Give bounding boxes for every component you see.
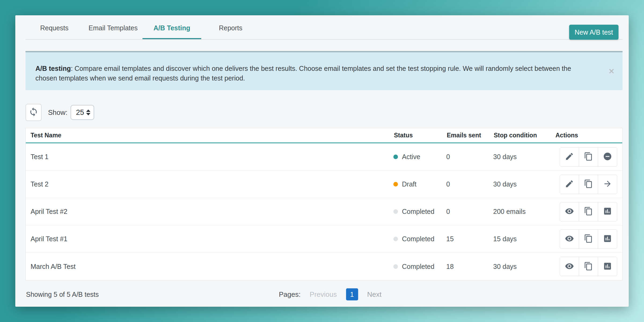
- action-copy-button[interactable]: [579, 175, 598, 194]
- ab-testing-info-banner: A/B testing: Compare email templates and…: [25, 51, 623, 90]
- deactivate-icon: [603, 152, 612, 162]
- header-status: Status: [393, 132, 446, 139]
- status-label: Completed: [402, 208, 434, 215]
- emails-sent-cell: 0: [446, 208, 493, 215]
- status-cell: Active: [393, 153, 446, 161]
- action-results-button[interactable]: [598, 229, 617, 249]
- action-edit-button[interactable]: [560, 147, 579, 167]
- status-label: Completed: [402, 263, 434, 270]
- tab-a-b-testing[interactable]: A/B Testing: [142, 15, 201, 39]
- refresh-button[interactable]: [25, 104, 42, 121]
- copy-icon: [584, 179, 593, 189]
- test-name-cell: April Test #1: [26, 235, 393, 243]
- action-deactivate-button[interactable]: [598, 147, 617, 167]
- banner-text: A/B testing: Compare email templates and…: [35, 65, 571, 82]
- status-cell: Completed: [393, 208, 446, 215]
- action-copy-button[interactable]: [579, 229, 598, 249]
- per-page-select[interactable]: 25: [71, 105, 94, 120]
- per-page-value: 25: [75, 108, 85, 117]
- status-cell: Draft: [393, 180, 446, 188]
- status-dot-icon: [393, 237, 398, 241]
- view-icon: [565, 262, 574, 272]
- edit-icon: [565, 179, 574, 189]
- tab-bar: RequestsEmail TemplatesA/B TestingReport…: [25, 15, 260, 39]
- refresh-icon: [29, 107, 38, 118]
- next-page-button[interactable]: Next: [367, 290, 381, 299]
- tab-reports[interactable]: Reports: [201, 15, 260, 39]
- actions-cell: [555, 147, 622, 167]
- view-icon: [565, 207, 574, 217]
- action-view-button[interactable]: [560, 257, 579, 276]
- table-row: March A/B Test Completed 18 30 days: [26, 253, 622, 280]
- status-dot-icon: [393, 182, 398, 186]
- copy-icon: [584, 262, 593, 272]
- test-name-cell: April Test #2: [26, 208, 393, 215]
- actions-cell: [555, 202, 622, 221]
- actions-cell: [555, 257, 622, 276]
- table-row: April Test #2 Completed 0 200 emails: [26, 198, 622, 225]
- status-label: Completed: [402, 235, 434, 243]
- action-results-button[interactable]: [598, 202, 617, 221]
- action-view-button[interactable]: [560, 202, 579, 221]
- copy-icon: [584, 207, 593, 217]
- status-label: Draft: [402, 180, 416, 188]
- action-copy-button[interactable]: [579, 202, 598, 221]
- table-row: Test 1 Active 0 30 days: [26, 143, 622, 171]
- emails-sent-cell: 15: [446, 235, 493, 243]
- activate-icon: [603, 179, 612, 189]
- header-actions: Actions: [555, 132, 622, 139]
- table-row: Test 2 Draft 0 30 days: [26, 171, 622, 198]
- results-icon: [603, 207, 612, 217]
- table-row: April Test #1 Completed 15 15 days: [26, 225, 622, 253]
- ab-tests-table: Test Name Status Emails sent Stop condit…: [25, 128, 623, 280]
- tab-bar-divider: [25, 39, 623, 40]
- status-cell: Completed: [393, 263, 446, 270]
- actions-cell: [555, 229, 622, 249]
- test-name-cell: Test 1: [26, 153, 393, 161]
- view-icon: [565, 234, 574, 244]
- action-view-button[interactable]: [560, 229, 579, 249]
- stop-condition-cell: 30 days: [493, 180, 555, 188]
- status-label: Active: [402, 153, 420, 161]
- test-name-cell: March A/B Test: [26, 263, 393, 270]
- action-results-button[interactable]: [598, 257, 617, 276]
- current-page-button[interactable]: 1: [346, 288, 358, 301]
- header-stop-condition: Stop condition: [493, 132, 555, 139]
- stop-condition-cell: 200 emails: [493, 208, 555, 215]
- results-summary: Showing 5 of 5 A/B tests: [26, 291, 99, 298]
- actions-cell: [555, 175, 622, 194]
- tab-email-templates[interactable]: Email Templates: [84, 15, 142, 39]
- stop-condition-cell: 30 days: [493, 263, 555, 270]
- results-icon: [603, 234, 612, 244]
- previous-page-button[interactable]: Previous: [310, 290, 337, 299]
- action-copy-button[interactable]: [579, 147, 598, 167]
- main-panel: RequestsEmail TemplatesA/B TestingReport…: [15, 15, 629, 307]
- new-ab-test-button[interactable]: New A/B test: [569, 25, 619, 40]
- header-test-name: Test Name: [26, 132, 393, 139]
- copy-icon: [584, 152, 593, 162]
- table-header-row: Test Name Status Emails sent Stop condit…: [26, 128, 622, 143]
- status-dot-icon: [393, 209, 398, 214]
- emails-sent-cell: 18: [446, 263, 493, 270]
- stop-condition-cell: 30 days: [493, 153, 555, 161]
- emails-sent-cell: 0: [446, 180, 493, 188]
- table-body: Test 1 Active 0 30 days Test 2 Draft 0 3…: [26, 143, 622, 280]
- emails-sent-cell: 0: [446, 153, 493, 161]
- close-icon[interactable]: ✕: [608, 68, 614, 75]
- action-edit-button[interactable]: [560, 175, 579, 194]
- table-footer: Showing 5 of 5 A/B tests Pages: Previous…: [25, 284, 623, 305]
- action-activate-button[interactable]: [598, 175, 617, 194]
- pages-label: Pages:: [279, 290, 301, 299]
- action-copy-button[interactable]: [579, 257, 598, 276]
- tab-requests[interactable]: Requests: [25, 15, 84, 39]
- table-toolbar: Show: 25: [25, 104, 94, 121]
- copy-icon: [584, 234, 593, 244]
- header-emails-sent: Emails sent: [446, 132, 493, 139]
- status-dot-icon: [393, 155, 398, 159]
- status-dot-icon: [393, 264, 398, 269]
- edit-icon: [565, 152, 574, 162]
- show-label: Show:: [48, 108, 67, 117]
- pagination: Pages: Previous 1 Next: [279, 288, 382, 301]
- stop-condition-cell: 15 days: [493, 235, 555, 243]
- status-cell: Completed: [393, 235, 446, 243]
